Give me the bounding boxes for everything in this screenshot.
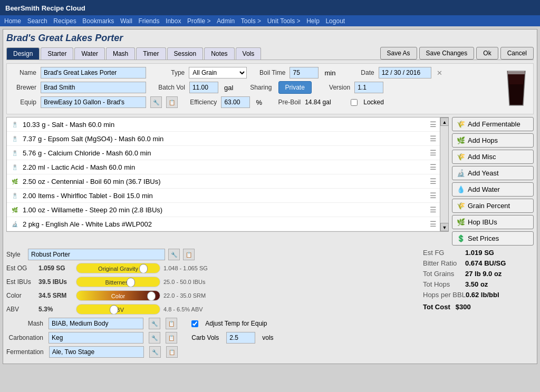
- nav-tools[interactable]: Tools >: [241, 17, 261, 25]
- save-as-button[interactable]: Save As: [380, 47, 417, 60]
- equip-btn1[interactable]: 🔧: [150, 96, 162, 108]
- ingredient-handle[interactable]: ☰: [430, 134, 437, 143]
- cancel-button[interactable]: Cancel: [500, 47, 534, 60]
- name-input[interactable]: [41, 67, 146, 79]
- tab-timer[interactable]: Timer: [136, 47, 166, 60]
- yeast-icon: 🔬: [457, 169, 465, 177]
- bitter-ratio-value: 0.674 BU/SG: [465, 259, 506, 267]
- adjust-temp-checkbox[interactable]: [191, 320, 198, 327]
- nav-inbox[interactable]: Inbox: [166, 17, 181, 25]
- type-label: Type: [158, 69, 185, 76]
- ingredient-handle[interactable]: ☰: [430, 149, 437, 157]
- style-btn1[interactable]: 🔧: [168, 249, 180, 260]
- pre-boil-label: Pre-Boil: [274, 99, 301, 106]
- sharing-button[interactable]: Private: [278, 81, 312, 94]
- est-og-label: Est OG: [6, 264, 35, 272]
- mash-input[interactable]: [49, 318, 143, 329]
- type-select[interactable]: All Grain: [189, 67, 247, 79]
- ingredient-row: 🧂 10.33 g - Salt - Mash 60.0 min ☰: [7, 117, 440, 132]
- nav-logout[interactable]: Logout: [325, 17, 345, 25]
- add-fermentable-button[interactable]: 🌾 Add Fermentable: [452, 117, 534, 131]
- nav-profile[interactable]: Profile >: [187, 17, 210, 25]
- color-progress-bar: Color: [76, 290, 160, 301]
- mash-btn2[interactable]: 📋: [166, 318, 177, 329]
- efficiency-input[interactable]: [221, 96, 250, 108]
- add-yeast-button[interactable]: 🔬 Add Yeast: [452, 166, 534, 180]
- ingredient-row: 🌿 2.50 oz - Centennial - Boil 60 min (36…: [7, 174, 440, 189]
- locked-checkbox[interactable]: [351, 99, 358, 106]
- scroll-track: [440, 126, 448, 223]
- hop-ibus-button[interactable]: 🌿 Hop IBUs: [452, 215, 534, 229]
- nav-bookmarks[interactable]: Bookmarks: [82, 17, 114, 25]
- ingredient-handle[interactable]: ☰: [430, 120, 437, 129]
- ingredient-handle[interactable]: ☰: [430, 163, 437, 171]
- style-btn2[interactable]: 📋: [183, 249, 195, 260]
- hop-icon: 🌿: [457, 136, 465, 144]
- ingredient-handle[interactable]: ☰: [430, 177, 437, 185]
- ingredient-handle[interactable]: ☰: [430, 205, 437, 214]
- tab-session[interactable]: Session: [167, 47, 204, 60]
- style-input[interactable]: [28, 249, 165, 260]
- add-misc-button[interactable]: 🌾 Add Misc: [452, 150, 534, 164]
- carb-vols-unit: vols: [262, 334, 273, 341]
- tot-cost-row: Tot Cost $300: [423, 303, 534, 311]
- scrollbar[interactable]: ▲ ▼: [440, 117, 448, 231]
- ingredients-container: 🧂 10.33 g - Salt - Mash 60.0 min ☰ 🧂 7.3…: [6, 117, 449, 246]
- ingredient-row: 🔬 2 pkg - English Ale - White Labs #WLP0…: [7, 217, 440, 231]
- batch-vol-input[interactable]: [189, 82, 218, 93]
- equip-btn2[interactable]: 📋: [166, 96, 178, 108]
- date-clear-icon[interactable]: ✕: [437, 69, 442, 77]
- brewer-input[interactable]: [41, 82, 146, 93]
- carbonation-label: Carbonation: [6, 334, 43, 341]
- tab-starter[interactable]: Starter: [41, 47, 73, 60]
- nav-recipes[interactable]: Recipes: [53, 17, 76, 25]
- nav-unit-tools[interactable]: Unit Tools >: [267, 17, 301, 25]
- ok-button[interactable]: Ok: [476, 47, 498, 60]
- add-hops-button[interactable]: 🌿 Add Hops: [452, 133, 534, 148]
- grain-percent-button[interactable]: 🌾 Grain Percent: [452, 199, 534, 213]
- equip-input[interactable]: [41, 96, 146, 108]
- tab-vols[interactable]: Vols: [236, 47, 262, 60]
- abv-progress-bar: ABV: [76, 304, 160, 315]
- ingredient-handle[interactable]: ☰: [430, 220, 437, 228]
- version-input[interactable]: [354, 82, 383, 93]
- version-label: Version: [324, 84, 350, 91]
- ingredient-icon-grain: 🧂: [10, 162, 20, 172]
- nav-admin[interactable]: Admin: [217, 17, 235, 25]
- ingredient-handle[interactable]: ☰: [430, 191, 437, 200]
- ferm-btn1[interactable]: 🔧: [149, 346, 161, 358]
- ingredient-row: 🌿 1.00 oz - Willamette - Steep 20 min (2…: [7, 203, 440, 217]
- est-fg-label: Est FG: [423, 249, 465, 257]
- tab-mash[interactable]: Mash: [106, 47, 135, 60]
- nav-help[interactable]: Help: [306, 17, 320, 25]
- abv-range: 4.8 - 6.5% ABV: [163, 306, 216, 312]
- tab-notes[interactable]: Notes: [204, 47, 234, 60]
- ingredient-icon-grain: 🧂: [10, 148, 20, 158]
- tot-grains-value: 27 lb 9.0 oz: [465, 270, 502, 278]
- boil-time-input[interactable]: [290, 67, 319, 79]
- est-ibus-label: Est IBUs: [6, 278, 35, 286]
- tot-cost-label: Tot Cost: [423, 303, 450, 311]
- nav-wall[interactable]: Wall: [120, 17, 132, 25]
- nav-home[interactable]: Home: [4, 17, 21, 25]
- scroll-up-btn[interactable]: ▲: [440, 117, 449, 126]
- set-prices-button[interactable]: 💲 Set Prices: [452, 231, 534, 246]
- beer-glass: [503, 68, 529, 110]
- tab-design[interactable]: Design: [6, 47, 40, 60]
- carbonation-input[interactable]: [49, 332, 143, 344]
- mash-btn1[interactable]: 🔧: [149, 318, 160, 329]
- carb-btn1[interactable]: 🔧: [149, 332, 160, 344]
- scroll-down-btn[interactable]: ▼: [440, 223, 449, 231]
- nav-search[interactable]: Search: [27, 17, 47, 25]
- ingredient-icon-grain: 🧂: [10, 120, 20, 129]
- tot-grains-stat: Tot Grains 27 lb 9.0 oz: [423, 270, 534, 278]
- carb-vols-input[interactable]: [226, 332, 255, 344]
- save-changes-button[interactable]: Save Changes: [419, 47, 475, 60]
- nav-friends[interactable]: Friends: [138, 17, 159, 25]
- carb-btn2[interactable]: 📋: [166, 332, 177, 344]
- ferm-btn2[interactable]: 📋: [166, 346, 178, 358]
- date-input[interactable]: [379, 67, 431, 79]
- add-water-button[interactable]: 💧 Add Water: [452, 182, 534, 197]
- tab-water[interactable]: Water: [74, 47, 105, 60]
- fermentation-input[interactable]: [49, 346, 144, 358]
